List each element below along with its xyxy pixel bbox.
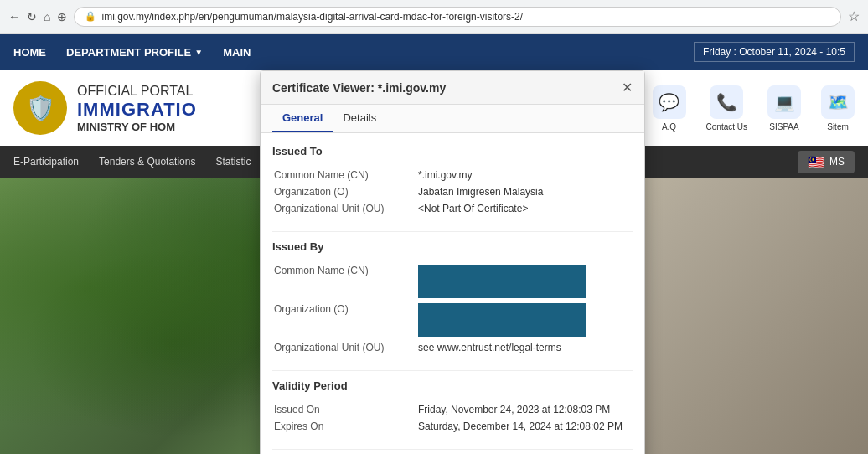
org-value: Jabatan Imigresen Malaysia: [418, 184, 631, 199]
divider-2: [272, 370, 633, 371]
redacted-block-2: [418, 303, 586, 337]
table-row: Common Name (CN) *.imi.gov.my: [274, 168, 631, 183]
ou-value: <Not Part Of Certificate>: [418, 201, 631, 216]
cn-value: *.imi.gov.my: [418, 168, 631, 183]
browser-chrome: ← ↻ ⌂ ⊕ 🔒 imi.gov.my/index.php/en/pengum…: [0, 0, 868, 34]
expires-on-value: Saturday, December 14, 2024 at 12:08:02 …: [418, 419, 631, 434]
cn-key: Common Name (CN): [274, 168, 416, 183]
tab-general[interactable]: General: [272, 105, 333, 132]
table-row: Common Name (CN): [274, 263, 631, 300]
issuer-ou-value: see www.entrust.net/legal-terms: [418, 340, 631, 355]
back-button[interactable]: ←: [8, 10, 20, 23]
expires-on-key: Expires On: [274, 419, 416, 434]
home-button[interactable]: ⌂: [44, 10, 50, 23]
issued-by-label: Issued By: [272, 240, 633, 253]
divider-3: [272, 449, 633, 450]
issuer-cn-value: [418, 263, 631, 300]
divider: [272, 231, 633, 232]
dialog-title: Certificate Viewer: *.imi.gov.my: [272, 81, 446, 95]
reload-button[interactable]: ↻: [27, 10, 37, 23]
table-row: Organizational Unit (OU) see www.entrust…: [274, 340, 631, 355]
org-key: Organization (O): [274, 184, 416, 199]
dialog-title-bar: Certificate Viewer: *.imi.gov.my ✕: [261, 71, 644, 105]
validity-label: Validity Period: [272, 379, 633, 392]
tab-details[interactable]: Details: [333, 105, 386, 132]
address-bar[interactable]: 🔒 imi.gov.my/index.php/en/pengumuman/mal…: [74, 7, 841, 27]
issuer-org-value: [418, 302, 631, 338]
issuer-ou-key: Organizational Unit (OU): [274, 340, 416, 355]
dialog-tabs: General Details: [261, 105, 644, 133]
certificate-dialog: Certificate Viewer: *.imi.gov.my ✕ Gener…: [260, 70, 645, 454]
table-row: Issued On Friday, November 24, 2023 at 1…: [274, 402, 631, 417]
table-row: Organization (O): [274, 302, 631, 338]
issued-to-table: Common Name (CN) *.imi.gov.my Organizati…: [272, 166, 633, 218]
issued-to-label: Issued To: [272, 145, 633, 157]
dialog-close-button[interactable]: ✕: [622, 80, 633, 95]
issued-on-key: Issued On: [274, 402, 416, 417]
lock-icon: 🔒: [85, 11, 96, 22]
table-row: Expires On Saturday, December 14, 2024 a…: [274, 419, 631, 434]
settings-icon[interactable]: ⊕: [57, 10, 67, 23]
issuer-org-key: Organization (O): [274, 302, 416, 338]
issued-on-value: Friday, November 24, 2023 at 12:08:03 PM: [418, 402, 631, 417]
issuer-cn-key: Common Name (CN): [274, 263, 416, 300]
ou-key: Organizational Unit (OU): [274, 201, 416, 216]
url-text: imi.gov.my/index.php/en/pengumuman/malay…: [101, 11, 523, 23]
page-background: HOME DEPARTMENT PROFILE ▼ MAIN Friday : …: [0, 34, 868, 454]
redacted-block: [418, 265, 586, 298]
dialog-body: Issued To Common Name (CN) *.imi.gov.my …: [261, 133, 644, 454]
dialog-overlay: Certificate Viewer: *.imi.gov.my ✕ Gener…: [0, 34, 868, 454]
table-row: Organization (O) Jabatan Imigresen Malay…: [274, 184, 631, 199]
table-row: Organizational Unit (OU) <Not Part Of Ce…: [274, 201, 631, 216]
bookmark-icon[interactable]: ☆: [848, 8, 860, 24]
issued-by-table: Common Name (CN) Organization (O) Organi…: [272, 261, 633, 357]
validity-table: Issued On Friday, November 24, 2023 at 1…: [272, 400, 633, 436]
